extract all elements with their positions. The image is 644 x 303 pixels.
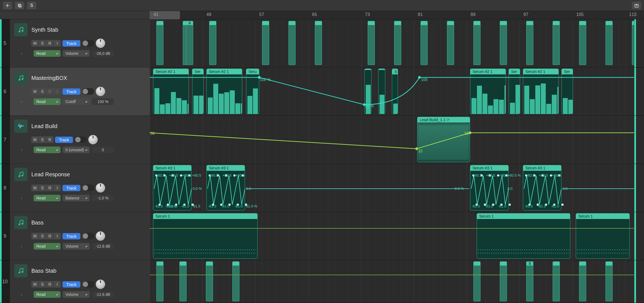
disclosure-chevron-icon[interactable]: ›	[21, 196, 26, 200]
msri-s-button[interactable]: S	[39, 185, 46, 191]
track-name[interactable]: Lead Build	[31, 123, 58, 129]
track-header[interactable]: Lead Response MSRI Track › Read▴▾ Balanc…	[10, 164, 150, 212]
track-number[interactable]: 5	[0, 19, 10, 67]
track-header[interactable]: Lead Build MSR Track › Read▴▾ 0 (unused)…	[10, 116, 150, 164]
solo-toggle-button[interactable]: S	[27, 2, 36, 9]
automation-mode-select[interactable]: Read▴▾	[34, 291, 61, 298]
midi-region[interactable]	[447, 21, 454, 65]
automation-mode-select[interactable]: Read▴▾	[34, 147, 61, 153]
msri-i-button[interactable]: I	[54, 88, 61, 95]
msri-r-button[interactable]: R	[46, 185, 53, 191]
track-name[interactable]: Synth Stab	[31, 27, 58, 33]
pan-knob[interactable]	[96, 280, 105, 289]
msri-s-button[interactable]: S	[39, 136, 46, 143]
midi-region[interactable]: Serum 1	[576, 213, 630, 259]
midi-region[interactable]: Serum #3 1	[470, 165, 509, 210]
midi-region[interactable]: Ser	[509, 69, 520, 114]
automation-value[interactable]: 0	[92, 147, 114, 153]
pan-knob[interactable]	[96, 183, 105, 193]
disclosure-chevron-icon[interactable]: ›	[21, 292, 26, 297]
track-number[interactable]: 10	[0, 260, 10, 303]
msri-m-button[interactable]: M	[31, 185, 39, 191]
msri-s-button[interactable]: S	[39, 233, 46, 239]
automation-toggle[interactable]	[82, 40, 94, 47]
add-button[interactable]	[3, 2, 12, 9]
track-mode-pill[interactable]: Track	[62, 281, 80, 288]
msri-m-button[interactable]: M	[31, 281, 39, 288]
automation-mode-select[interactable]: Read▴▾	[34, 195, 61, 201]
midi-region[interactable]	[156, 21, 163, 65]
automation-toggle[interactable]	[82, 281, 94, 288]
track-mode-pill[interactable]: Track	[62, 185, 80, 191]
duplicate-button[interactable]	[15, 2, 24, 9]
automation-line[interactable]	[150, 228, 634, 229]
msri-i-button[interactable]: I	[54, 233, 61, 239]
import-button[interactable]	[632, 2, 641, 9]
arrange-lane[interactable]: S	[150, 260, 634, 303]
midi-region[interactable]: S	[526, 261, 533, 301]
automation-mode-select[interactable]: Read▴▾	[34, 98, 61, 105]
pan-knob[interactable]	[96, 39, 105, 48]
midi-region[interactable]	[315, 21, 322, 65]
midi-region[interactable]	[368, 21, 375, 65]
msri-r-button[interactable]: R	[46, 136, 53, 143]
track-number[interactable]: 9	[0, 212, 10, 260]
midi-region[interactable]: Serum 1	[477, 213, 570, 259]
msri-s-button[interactable]: S	[39, 40, 46, 47]
pan-knob[interactable]	[96, 87, 105, 96]
midi-region[interactable]: Serum #3 1	[206, 165, 245, 210]
midi-region[interactable]	[526, 21, 533, 65]
midi-region[interactable]	[473, 21, 481, 65]
midi-region[interactable]	[179, 261, 187, 301]
midi-region[interactable]	[394, 21, 401, 65]
disclosure-chevron-icon[interactable]: ›	[21, 51, 26, 56]
midi-region[interactable]	[288, 21, 296, 65]
msri-r-button[interactable]: R	[46, 40, 53, 47]
midi-region[interactable]	[209, 21, 216, 65]
midi-region[interactable]	[232, 261, 239, 301]
automation-param-select[interactable]: Volume▴▾	[63, 50, 90, 57]
msri-m-button[interactable]: M	[31, 88, 39, 95]
automation-toggle[interactable]	[82, 185, 94, 191]
midi-region[interactable]: Serum #2 1	[523, 69, 559, 114]
audio-region[interactable]: Lead Build_1.1 ⟳	[417, 117, 470, 162]
arrange-area[interactable]: SSerum #2 1SerSerum #2 1SeruSSerum #2 1S…	[150, 19, 634, 303]
automation-param-select[interactable]: Cutoff▴▾	[63, 98, 90, 105]
midi-region[interactable]	[473, 261, 481, 301]
midi-region[interactable]	[553, 261, 560, 301]
midi-region[interactable]: Serum #2 1	[470, 69, 506, 114]
midi-region[interactable]	[500, 261, 507, 301]
arrange-lane[interactable]: Lead Build_1.1 ⟳ 585822	[150, 116, 634, 164]
track-mode-pill[interactable]: Track	[62, 40, 80, 47]
automation-param-select[interactable]: Volume▴▾	[63, 291, 90, 298]
midi-region[interactable]	[605, 21, 613, 65]
midi-region[interactable]	[156, 261, 163, 301]
automation-param-select[interactable]: Balance▴▾	[63, 195, 90, 201]
timeline-ruler[interactable]: 41 49 57 65 73 81 89 97 105 113	[150, 11, 634, 19]
disclosure-chevron-icon[interactable]: ›	[21, 148, 26, 152]
midi-region[interactable]: Ser	[561, 69, 573, 114]
arrange-lane[interactable]: Serum #3 1Serum #3 1Serum #3 1Serum #3 1…	[150, 164, 634, 212]
automation-toggle[interactable]	[75, 136, 87, 143]
msri-r-button[interactable]: R	[46, 281, 53, 288]
midi-region[interactable]: S	[186, 21, 193, 65]
track-name[interactable]: Lead Response	[31, 171, 70, 178]
midi-region[interactable]	[421, 21, 428, 65]
track-mode-pill[interactable]: Track	[55, 137, 73, 143]
automation-mode-select[interactable]: Read▴▾	[34, 243, 61, 250]
msri-s-button[interactable]: S	[39, 88, 46, 95]
midi-region[interactable]: S	[392, 69, 398, 114]
automation-value[interactable]: 100 %	[92, 98, 114, 105]
midi-region[interactable]: Serum #2 1	[153, 69, 189, 114]
track-number[interactable]: 7	[0, 116, 10, 164]
arrange-lane[interactable]: S	[150, 19, 634, 67]
automation-toggle[interactable]	[82, 233, 94, 239]
automation-line[interactable]	[150, 275, 634, 275]
track-header[interactable]: Synth Stab MSRI Track › Read▴▾ Volume▴▾ …	[10, 19, 150, 67]
automation-value[interactable]: -12,6 dB	[92, 243, 114, 250]
arrange-lane[interactable]: Serum 1 Serum 1 Serum 1	[150, 212, 634, 260]
msri-r-button[interactable]: R	[46, 88, 53, 95]
track-name[interactable]: MasteringBOX	[31, 75, 67, 81]
midi-region[interactable]: Seru	[246, 69, 259, 114]
midi-region[interactable]	[579, 21, 586, 65]
